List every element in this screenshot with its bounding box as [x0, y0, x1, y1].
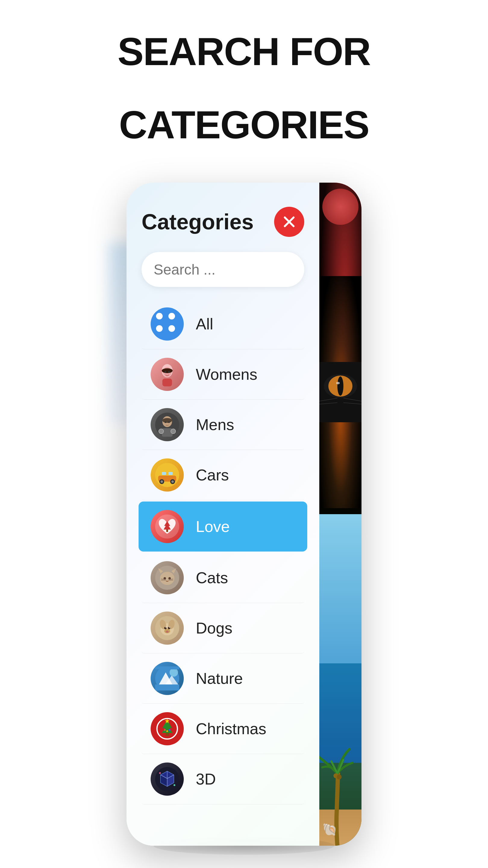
- svg-point-64: [166, 730, 168, 732]
- phone-frame: Categories: [127, 183, 361, 846]
- svg-rect-60: [165, 733, 169, 736]
- svg-point-7: [162, 368, 173, 373]
- sky-bg: [319, 514, 361, 680]
- cat-label-cars: Cars: [196, 466, 229, 484]
- avatar-all: [151, 307, 184, 341]
- category-item-cats[interactable]: Cats: [141, 553, 304, 603]
- phone-inner: Categories: [127, 183, 361, 846]
- svg-point-15: [168, 422, 170, 423]
- categories-panel: Categories: [127, 183, 319, 846]
- svg-point-9: [168, 371, 170, 373]
- svg-point-54: [170, 668, 178, 677]
- cat-label-dogs: Dogs: [196, 619, 232, 637]
- strip-bottom-image: 🐚: [319, 514, 361, 846]
- avatar-christmas: [151, 712, 184, 745]
- svg-point-17: [171, 429, 175, 434]
- cat-label-mens: Mens: [196, 415, 234, 434]
- category-item-dogs[interactable]: Dogs: [141, 603, 304, 653]
- svg-rect-55: [155, 666, 179, 670]
- cat-label-cats: Cats: [196, 569, 228, 587]
- svg-point-13: [162, 418, 172, 423]
- svg-point-49: [166, 631, 169, 633]
- search-bar: [141, 252, 304, 287]
- category-list: All: [141, 299, 304, 804]
- svg-rect-20: [162, 472, 166, 475]
- svg-point-31: [160, 572, 174, 585]
- svg-point-48: [169, 627, 170, 628]
- svg-point-25: [171, 480, 174, 483]
- avatar-3d: [151, 763, 184, 796]
- category-item-nature[interactable]: Nature: [141, 653, 304, 704]
- image-strip: 🐚: [319, 183, 361, 846]
- svg-rect-29: [166, 530, 168, 532]
- search-input[interactable]: [154, 261, 319, 278]
- avatar-mens: [151, 408, 184, 441]
- page-title: SEARCH FOR CATEGORIES: [118, 0, 370, 147]
- svg-point-24: [161, 480, 163, 483]
- category-item-all[interactable]: All: [141, 299, 304, 349]
- avatar-womens: [151, 358, 184, 391]
- category-item-love[interactable]: Love: [138, 501, 307, 552]
- svg-point-14: [165, 422, 166, 423]
- cat-label-nature: Nature: [196, 670, 243, 687]
- svg-point-8: [164, 371, 166, 373]
- cat-label-love: Love: [196, 518, 230, 535]
- panel-title: Categories: [141, 210, 254, 234]
- avatar-nature: [151, 662, 184, 695]
- avatar-love: [151, 510, 184, 543]
- avatar-dogs: [151, 612, 184, 645]
- cat-eye-area: [319, 276, 361, 508]
- close-button[interactable]: [274, 207, 304, 237]
- svg-point-86: [337, 775, 341, 779]
- flower-deco: [322, 189, 358, 225]
- svg-point-16: [159, 429, 164, 434]
- svg-point-79: [337, 376, 344, 396]
- panel-header: Categories: [141, 207, 304, 237]
- panel-content: Categories: [127, 183, 319, 804]
- phone-mockup: Categories: [108, 183, 380, 846]
- svg-point-75: [173, 784, 175, 786]
- cat-label-3d: 3D: [196, 770, 216, 788]
- svg-point-63: [169, 729, 170, 731]
- category-item-mens[interactable]: Mens: [141, 400, 304, 450]
- title-line2: CATEGORIES: [118, 103, 370, 147]
- category-item-womens[interactable]: Womens: [141, 349, 304, 400]
- svg-rect-53: [155, 684, 179, 690]
- cat-label-womens: Womens: [196, 365, 257, 383]
- category-item-cars[interactable]: Cars: [141, 450, 304, 500]
- svg-rect-6: [162, 378, 172, 386]
- svg-point-47: [166, 627, 167, 628]
- strip-top-image: [319, 183, 361, 514]
- svg-point-74: [159, 772, 161, 774]
- avatar-cars: [151, 458, 184, 492]
- svg-point-62: [164, 729, 166, 731]
- cat-label-all: All: [196, 315, 213, 333]
- title-line1: SEARCH FOR: [118, 30, 370, 73]
- svg-point-80: [336, 382, 340, 384]
- category-item-christmas[interactable]: Christmas: [141, 704, 304, 754]
- cat-label-christmas: Christmas: [196, 720, 266, 738]
- beach-decor: 🐚: [322, 823, 337, 837]
- category-item-3d[interactable]: 3D: [141, 754, 304, 804]
- svg-rect-21: [168, 472, 173, 475]
- avatar-cats: [151, 561, 184, 594]
